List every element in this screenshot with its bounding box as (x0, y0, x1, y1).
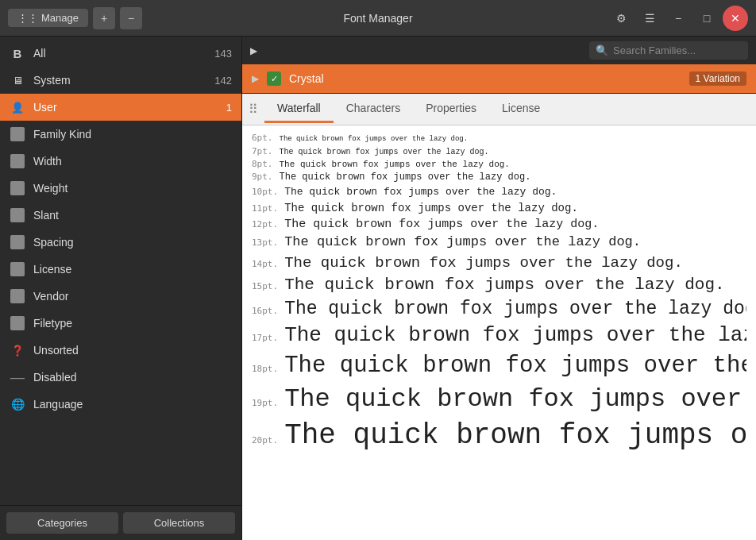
sidebar-item-label: User (33, 101, 218, 114)
sidebar-item-slant[interactable]: Slant (0, 202, 241, 229)
sidebar-item-filetype[interactable]: Filetype (0, 310, 241, 337)
sidebar-item-label: System (33, 74, 206, 87)
waterfall-text: The quick brown fox jumps over the lazy … (284, 233, 641, 251)
waterfall-row: 13pt.The quick brown fox jumps over the … (242, 233, 756, 252)
sidebar-item-system[interactable]: 🖥 System 142 (0, 67, 241, 94)
minus-button[interactable]: − (120, 7, 142, 29)
font-name: Crystal (289, 72, 681, 85)
add-icon: + (101, 12, 107, 25)
manage-button[interactable]: ⋮⋮ Manage (8, 9, 88, 27)
waterfall-text: The quick brown fox jumps over the lazy … (284, 253, 683, 273)
waterfall-size-label: 14pt. (252, 259, 284, 270)
menu-icon: ☰ (645, 12, 655, 25)
search-input[interactable] (613, 44, 742, 56)
categories-button[interactable]: Categories (6, 512, 118, 534)
folder-icon (10, 207, 25, 223)
font-entry-crystal[interactable]: ▶ ✓ Crystal 1 Variation (242, 64, 756, 93)
waterfall-text: The quick brown fox jumps over the lazy … (280, 147, 489, 157)
waterfall-size-label: 7pt. (252, 146, 280, 157)
sidebar-item-label: Filetype (33, 317, 232, 330)
waterfall-row: 9pt.The quick brown fox jumps over the l… (242, 171, 756, 185)
sidebar-item-spacing[interactable]: Spacing (0, 229, 241, 256)
waterfall-text: The quick brown fox jumps over the lazy … (280, 172, 531, 184)
titlebar-right: ⚙ ☰ − □ ✕ (608, 6, 748, 31)
font-list-area: ▶ 🔍 ▶ ✓ Crystal 1 Variation (242, 37, 756, 94)
settings-button[interactable]: ⚙ (608, 6, 634, 31)
waterfall-text: The quick brown fox jumps over the lazy … (284, 298, 746, 322)
search-icon: 🔍 (596, 44, 608, 56)
tab-license[interactable]: License (489, 95, 553, 123)
main-layout: B All 143 🖥 System 142 👤 User 1 Family K… (0, 37, 756, 540)
waterfall-size-label: 15pt. (252, 281, 284, 292)
collections-button[interactable]: Collections (123, 512, 235, 534)
sidebar-item-license[interactable]: License (0, 256, 241, 283)
sidebar-item-label: Language (33, 398, 232, 411)
waterfall-text: The quick brown fox jumps over the lazy … (284, 383, 746, 416)
add-button[interactable]: + (93, 7, 115, 29)
folder-icon (10, 126, 25, 142)
sidebar-item-count: 143 (214, 48, 232, 60)
waterfall-row: 17pt.The quick brown fox jumps over the … (242, 322, 756, 350)
language-icon: 🌐 (10, 396, 25, 412)
tab-characters[interactable]: Characters (334, 95, 413, 123)
sidebar-item-weight[interactable]: Weight (0, 175, 241, 202)
waterfall-text: The quick brown fox jumps over the lazy … (284, 186, 557, 199)
waterfall-row: 6pt.The quick brown fox jumps over the l… (242, 132, 756, 145)
variation-badge: 1 Variation (689, 71, 746, 86)
sidebar-item-vendor[interactable]: Vendor (0, 283, 241, 310)
monitor-icon: 🖥 (10, 72, 25, 88)
close-icon: ✕ (731, 12, 740, 25)
maximize-icon: □ (704, 12, 710, 25)
expand-arrow-icon[interactable]: ▶ (250, 45, 257, 56)
tab-waterfall[interactable]: Waterfall (264, 95, 334, 123)
sidebar-item-label: Family Kind (33, 128, 232, 141)
sidebar-item-label: Slant (33, 209, 232, 222)
maximize-button[interactable]: □ (694, 6, 719, 31)
waterfall-size-label: 6pt. (252, 133, 280, 144)
font-expand-arrow-icon[interactable]: ▶ (252, 73, 259, 84)
sidebar-item-all[interactable]: B All 143 (0, 40, 241, 67)
waterfall-row: 16pt.The quick brown fox jumps over the … (242, 297, 756, 322)
waterfall-row: 19pt.The quick brown fox jumps over the … (242, 382, 756, 417)
close-button[interactable]: ✕ (723, 6, 748, 31)
sidebar-item-user[interactable]: 👤 User 1 (0, 94, 241, 121)
folder-icon (10, 288, 25, 304)
sidebar-item-family-kind[interactable]: Family Kind (0, 121, 241, 148)
waterfall-row: 12pt.The quick brown fox jumps over the … (242, 216, 756, 233)
waterfall-size-label: 16pt. (252, 306, 284, 317)
waterfall-size-label: 13pt. (252, 237, 284, 249)
waterfall-row: 7pt.The quick brown fox jumps over the l… (242, 145, 756, 158)
waterfall-text: The quick brown fox jumps over the lazy … (280, 159, 510, 170)
folder-icon (10, 153, 25, 169)
waterfall-size-label: 12pt. (252, 219, 284, 230)
question-icon: ❓ (10, 342, 25, 358)
folder-icon (10, 180, 25, 196)
minimize-icon: − (675, 12, 681, 25)
waterfall-content[interactable]: 6pt.The quick brown fox jumps over the l… (242, 125, 756, 540)
waterfall-size-label: 17pt. (252, 333, 284, 344)
font-check-icon[interactable]: ✓ (267, 71, 281, 86)
menu-button[interactable]: ☰ (637, 6, 662, 31)
dash-icon: — (10, 369, 25, 385)
waterfall-row: 14pt.The quick brown fox jumps over the … (242, 253, 756, 274)
waterfall-row: 15pt.The quick brown fox jumps over the … (242, 273, 756, 296)
titlebar-left: ⋮⋮ Manage + − (8, 7, 142, 29)
sidebar-item-language[interactable]: 🌐 Language (0, 391, 241, 418)
app-title: Font Manager (343, 12, 412, 25)
sidebar-item-width[interactable]: Width (0, 148, 241, 175)
bold-b-icon: B (10, 45, 25, 61)
minimize-button[interactable]: − (665, 6, 691, 31)
titlebar: ⋮⋮ Manage + − Font Manager ⚙ ☰ − □ ✕ (0, 0, 756, 37)
sidebar-item-label: Disabled (33, 371, 232, 384)
user-icon: 👤 (10, 99, 25, 115)
waterfall-text: The quick brown fox jumps over the lazy … (284, 274, 725, 295)
folder-icon (10, 234, 25, 250)
settings-icon: ⚙ (616, 12, 627, 25)
sidebar-item-disabled[interactable]: — Disabled (0, 364, 241, 391)
waterfall-text: The quick brown fox jumps over the lazy … (284, 201, 578, 215)
waterfall-size-label: 8pt. (252, 159, 280, 170)
sidebar-item-unsorted[interactable]: ❓ Unsorted (0, 337, 241, 364)
waterfall-row: 18pt.The quick brown fox jumps over the … (242, 350, 756, 382)
tab-properties[interactable]: Properties (413, 95, 489, 123)
waterfall-row: 8pt.The quick brown fox jumps over the l… (242, 158, 756, 171)
